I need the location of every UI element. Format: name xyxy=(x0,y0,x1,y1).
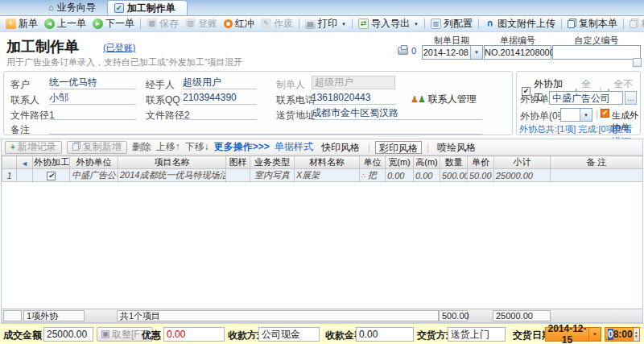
tab-processing-order[interactable]: ✔ 加工制作单 xyxy=(107,0,188,15)
note-label: 备注 xyxy=(10,123,30,137)
col-outsource-unit[interactable]: 外协单位 xyxy=(70,156,118,169)
outsource-order-combo[interactable]: ▼ xyxy=(560,108,592,122)
order-no-field[interactable]: NO.201412080001 xyxy=(484,45,551,60)
width-cell[interactable]: 0.00 xyxy=(386,169,414,182)
col-remark[interactable]: 备 注 xyxy=(551,156,643,169)
col-subtotal[interactable]: 小计 xyxy=(494,156,551,169)
outsource-unit-field[interactable]: 中盛广告公司 xyxy=(549,91,623,105)
paste-screenshot-button[interactable]: 粘贴截图 xyxy=(626,16,644,31)
new-order-button[interactable]: +新单 xyxy=(2,16,41,31)
uom-cell[interactable]: ∴把 xyxy=(360,169,386,182)
toolbar-separator xyxy=(478,19,479,29)
qty-total-box: 500.00 xyxy=(439,310,468,321)
col-width[interactable]: 宽(m) xyxy=(386,156,414,169)
table-row[interactable]: 1 ✔ 中盛广告公司 2014成都统一优马特现场活动 室内写真 X展架 ∴把 0… xyxy=(2,169,643,182)
generate-checkbox[interactable]: ✔ xyxy=(601,109,609,118)
doc-style-link[interactable]: 单据样式 xyxy=(275,140,313,154)
material-cell[interactable]: X展架 xyxy=(295,169,360,182)
floppy-icon: ▦ xyxy=(147,19,157,29)
void-button[interactable]: ✎作废 xyxy=(258,16,296,31)
add-record-button[interactable]: +新增记录 xyxy=(5,141,62,154)
col-insert[interactable]: ◄ xyxy=(17,156,33,169)
arrow-left-icon: ◄ xyxy=(44,19,55,29)
delete-row-button[interactable]: 删除 xyxy=(132,140,151,154)
attachment-upload-button[interactable]: ∪图文附件上传 xyxy=(481,16,559,31)
note-field[interactable] xyxy=(49,122,482,135)
column-config-button[interactable]: ▥列配置 xyxy=(427,16,476,31)
style-quickprint-tab[interactable]: 快印风格 xyxy=(318,141,363,154)
contact-field[interactable]: 小邹 xyxy=(49,92,136,105)
contact-manager-link[interactable]: ♟♟ 联系人管理 xyxy=(411,93,477,106)
remark-cell[interactable] xyxy=(551,169,643,182)
grid-empty-area[interactable] xyxy=(2,182,642,311)
copy-add-button[interactable]: 复制新增 xyxy=(67,141,127,154)
file-path1-field[interactable] xyxy=(49,107,136,120)
home-icon: ⌂ xyxy=(48,3,54,12)
import-export-icon: ⇄ xyxy=(358,19,369,29)
col-uom[interactable]: 单位 xyxy=(360,156,386,169)
style-colorprint-tab[interactable]: 彩印风格 xyxy=(375,141,422,154)
columns-icon: ▥ xyxy=(431,19,441,29)
more-actions-link[interactable]: 更多操作>>> xyxy=(214,140,270,154)
tab-business-wizard[interactable]: ⌂ 业务向导 xyxy=(42,0,107,15)
toolbar-separator xyxy=(352,19,353,29)
phone-field[interactable]: 13618020443 xyxy=(312,92,395,105)
col-price[interactable]: 单价 xyxy=(468,156,494,169)
save-button[interactable]: ▦保存 xyxy=(143,16,182,31)
move-down-button[interactable]: 下移↓ xyxy=(185,140,209,154)
file-path2-field[interactable] xyxy=(183,107,257,120)
customer-field[interactable]: 统一优马特 xyxy=(49,77,136,89)
price-cell[interactable]: 50.00 xyxy=(468,169,494,182)
project-name-cell[interactable]: 2014成都统一优马特现场活动 xyxy=(118,169,226,182)
posted-status-link[interactable]: (已登账) xyxy=(103,42,135,54)
address-field[interactable]: 成都市金牛区蜀汉路 xyxy=(312,107,482,120)
move-up-button[interactable]: 上移↑ xyxy=(156,140,180,154)
custom-no-input[interactable] xyxy=(552,45,641,60)
col-sample[interactable]: 图样 xyxy=(226,156,250,169)
biz-type-cell[interactable]: 室内写真 xyxy=(250,169,295,182)
paperclip-icon: ∪ xyxy=(485,19,495,29)
people-icon: ♟ xyxy=(418,95,426,104)
height-cell[interactable]: 0.00 xyxy=(414,169,440,182)
void-icon: ✎ xyxy=(261,19,271,29)
prev-order-button[interactable]: ◄上一单 xyxy=(41,16,89,31)
outsource-cell[interactable]: ✔ xyxy=(33,169,70,182)
panel-toggle-icon[interactable] xyxy=(633,58,642,67)
browse-button[interactable]: … xyxy=(625,91,637,105)
copy-order-button[interactable]: 复制本单 xyxy=(564,16,621,31)
col-qty[interactable]: 数量 xyxy=(440,156,468,169)
row-outsource-checkbox[interactable]: ✔ xyxy=(47,172,56,180)
ledger-icon: ▥ xyxy=(185,19,196,29)
insert-cell[interactable] xyxy=(17,169,33,182)
print-count-link[interactable]: 0 xyxy=(398,46,416,56)
import-export-button[interactable]: ⇄导入导出▼ xyxy=(355,16,422,31)
post-account-button[interactable]: ▥登账 xyxy=(182,16,221,31)
red-reverse-button[interactable]: 红冲 xyxy=(221,16,258,31)
col-height[interactable]: 高(m) xyxy=(414,156,440,169)
summary-corner-cell xyxy=(3,310,22,321)
qty-cell[interactable]: 500.00 xyxy=(440,169,468,182)
print-button[interactable]: ▤打印▼ xyxy=(302,16,349,31)
outsourcing-panel: ✔ 外协加工 ♟全选 | ♟全不选 外协单位 中盛广告公司 … 外协单(0张) … xyxy=(516,71,641,135)
window-tabbar: ⌂ 业务向导 ✔ 加工制作单 xyxy=(0,0,644,16)
qq-field[interactable]: 2103944390 xyxy=(183,92,257,105)
col-project-name[interactable]: 项目名称 xyxy=(118,156,226,169)
subtotal-cell[interactable]: 25000.00 xyxy=(494,169,551,182)
next-order-button[interactable]: ►下一单 xyxy=(89,16,138,31)
order-info-form: 客户 统一优马特 经手人 超级用户 制单人 超级用户 联系人 小邹 联系QQ 2… xyxy=(3,71,513,135)
style-spray-tab[interactable]: 喷绘风格 xyxy=(434,141,479,154)
creator-label: 制单人 xyxy=(276,78,305,92)
page-title: 加工制作单 xyxy=(6,37,79,56)
chevron-down-icon[interactable]: ▼ xyxy=(580,109,592,121)
grid-toolbar: +新增记录 复制新增 删除 上移↑ 下移↓ 更多操作>>> 单据样式 快印风格 … xyxy=(2,139,642,155)
chevron-down-icon[interactable]: ▼ xyxy=(470,46,482,59)
col-biz-type[interactable]: 业务类型 xyxy=(250,156,295,169)
sample-cell[interactable] xyxy=(226,169,250,182)
handler-field[interactable]: 超级用户 xyxy=(183,77,257,89)
col-material[interactable]: 材料名称 xyxy=(295,156,360,169)
col-outsource[interactable]: 外协加工 xyxy=(33,156,70,169)
order-date-combo[interactable]: 2014-12-08 ▼ xyxy=(422,45,483,60)
outsource-unit-cell[interactable]: 中盛广告公司 xyxy=(70,169,118,182)
outsource-totals: 外协总共:[1项] 完成:[0项] xyxy=(519,123,617,135)
paste-icon xyxy=(630,20,637,28)
